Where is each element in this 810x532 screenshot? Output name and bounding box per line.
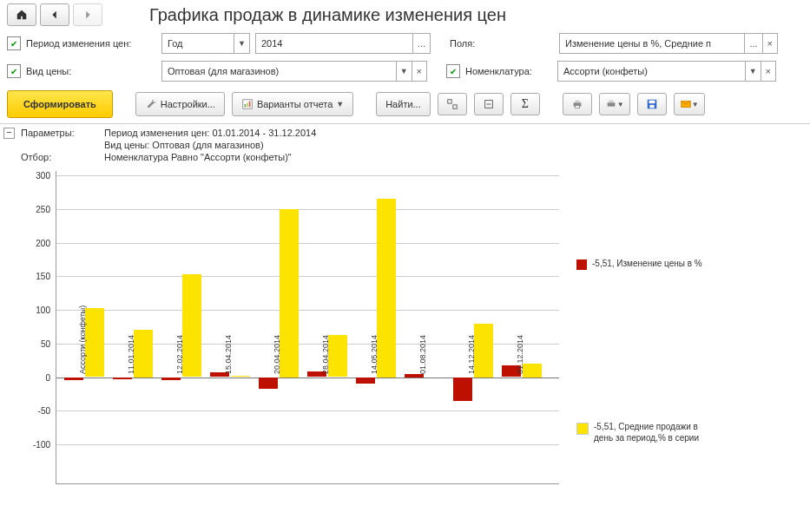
- collapse-icon-button[interactable]: [474, 93, 504, 115]
- settings-button[interactable]: Настройки...: [135, 92, 225, 116]
- clear-icon[interactable]: ×: [412, 62, 426, 81]
- collapse-toggle[interactable]: −: [3, 128, 15, 139]
- price-type-checkbox[interactable]: [7, 64, 21, 78]
- chevron-down-icon[interactable]: ▼: [745, 62, 761, 81]
- y-tick: 0: [45, 372, 50, 382]
- bar-yellow: [328, 335, 347, 378]
- x-label: 11.01.2014: [127, 334, 135, 373]
- bar-red: [64, 378, 83, 381]
- x-label: 14.05.2014: [370, 334, 379, 373]
- params-price: Вид цены: Оптовая (для магазинов): [104, 140, 264, 150]
- clear-icon[interactable]: ×: [762, 34, 777, 53]
- svg-rect-13: [649, 101, 655, 104]
- x-label: 12.02.2014: [175, 334, 184, 373]
- x-label: 31.12.2014: [516, 334, 524, 373]
- x-label: 15.04.2014: [224, 334, 233, 373]
- svg-rect-5: [453, 105, 457, 108]
- bar-red: [113, 378, 132, 379]
- dots-icon[interactable]: ...: [744, 34, 761, 53]
- svg-rect-9: [575, 106, 579, 108]
- period-label: Период изменения цен:: [26, 38, 156, 49]
- bar-red: [405, 374, 424, 378]
- svg-rect-10: [607, 102, 615, 106]
- find-button[interactable]: Найти...: [376, 92, 431, 116]
- x-label: 20.04.2014: [273, 334, 281, 373]
- bar-yellow: [182, 274, 201, 378]
- legend-swatch-red: [576, 259, 587, 270]
- email-icon-button[interactable]: ▼: [674, 93, 705, 115]
- form-button[interactable]: Сформировать: [7, 90, 113, 118]
- svg-rect-2: [247, 102, 248, 107]
- params-period: Период изменения цен: 01.01.2014 - 31.12…: [104, 128, 316, 138]
- dots-icon[interactable]: ...: [412, 34, 430, 53]
- svg-rect-1: [244, 104, 246, 108]
- x-label: 01.08.2014: [418, 334, 427, 373]
- back-button[interactable]: [40, 3, 69, 26]
- page-title: Графика продаж в динамике изменения цен: [149, 5, 506, 25]
- y-tick: 300: [36, 171, 50, 181]
- bar-red: [259, 378, 278, 390]
- home-button[interactable]: [7, 3, 36, 26]
- y-tick: -50: [38, 406, 50, 416]
- bar-red: [453, 378, 472, 401]
- x-label: 28.04.2014: [321, 334, 330, 373]
- print-dropdown-button[interactable]: ▼: [599, 93, 630, 115]
- clear-icon[interactable]: ×: [761, 62, 775, 81]
- bar-yellow: [280, 209, 299, 378]
- filter-row-1: Период изменения цен: Год ▼ 2014 ... Пол…: [0, 30, 810, 57]
- bar-yellow: [134, 330, 153, 377]
- wrench-icon: [145, 98, 157, 110]
- params-label: Параметры:: [21, 128, 90, 138]
- nomen-label: Номенклатура:: [465, 66, 552, 76]
- fields-label: Поля:: [450, 38, 554, 49]
- bar-yellow: [377, 199, 396, 377]
- report-area: − Параметры: Период изменения цен: 01.01…: [0, 124, 810, 487]
- nomen-checkbox[interactable]: [446, 64, 460, 78]
- svg-rect-3: [249, 102, 251, 108]
- period-checkbox[interactable]: [7, 36, 21, 50]
- svg-rect-8: [575, 101, 579, 103]
- period-unit-select[interactable]: Год ▼: [161, 33, 250, 54]
- fields-select[interactable]: Изменение цены в %, Средние п ... ×: [559, 33, 778, 54]
- y-tick: 150: [36, 272, 50, 281]
- variants-button[interactable]: Варианты отчета ▼: [232, 92, 353, 116]
- bar-red: [161, 378, 181, 381]
- y-tick: 200: [36, 238, 50, 247]
- bar-yellow: [231, 376, 250, 378]
- price-type-label: Вид цены:: [26, 66, 156, 76]
- filter-value: Номенклатура Равно "Ассорти (конфеты)": [104, 152, 292, 162]
- bar-yellow: [474, 324, 493, 378]
- svg-rect-14: [649, 105, 654, 108]
- bar-yellow: [85, 308, 104, 377]
- chart-legend: -5,51, Изменение цены в % -5,51, Средние…: [559, 171, 715, 483]
- expand-icon-button[interactable]: [438, 93, 467, 115]
- x-label: Ассорти (конфеты): [78, 305, 87, 373]
- save-icon-button[interactable]: [637, 93, 667, 115]
- filter-row-2: Вид цены: Оптовая (для магазинов) ▼ × Но…: [0, 57, 810, 85]
- legend-item-red: -5,51, Изменение цены в %: [576, 258, 715, 270]
- y-tick: 100: [36, 305, 50, 315]
- legend-swatch-yellow: [576, 423, 589, 435]
- chart: -100-50050100150200250300 Ассорти (конфе…: [21, 171, 807, 483]
- bar-yellow: [523, 364, 542, 378]
- nomen-select[interactable]: Ассорти (конфеты) ▼ ×: [557, 61, 776, 82]
- x-label: 14.12.2014: [467, 334, 476, 373]
- chevron-down-icon[interactable]: ▼: [396, 62, 412, 81]
- print-icon-button[interactable]: [563, 93, 592, 115]
- toolbar: Сформировать Настройки... Варианты отчет…: [0, 85, 810, 124]
- period-year-select[interactable]: 2014 ...: [255, 33, 431, 54]
- svg-rect-4: [447, 100, 451, 103]
- chevron-down-icon[interactable]: ▼: [234, 34, 249, 53]
- bar-red: [356, 378, 375, 384]
- report-icon: [241, 98, 254, 110]
- svg-rect-11: [609, 101, 613, 103]
- top-navbar: Графика продаж в динамике изменения цен: [0, 0, 810, 30]
- y-tick: 250: [36, 204, 50, 213]
- filter-label: Отбор:: [21, 152, 90, 162]
- forward-button[interactable]: [73, 3, 102, 26]
- legend-item-yellow: -5,51, Средние продажи в день за период,…: [576, 421, 715, 443]
- y-tick: -100: [33, 440, 50, 450]
- y-tick: 50: [41, 338, 50, 348]
- price-type-select[interactable]: Оптовая (для магазинов) ▼ ×: [161, 61, 427, 82]
- sum-icon-button[interactable]: Σ: [510, 93, 540, 115]
